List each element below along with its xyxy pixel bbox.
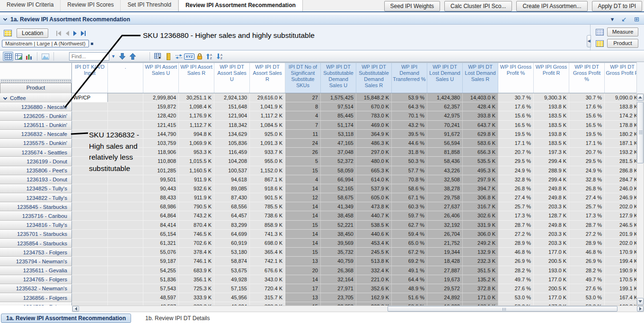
bar-chart-icon[interactable] <box>24 52 34 61</box>
cell-value[interactable]: 46.8 % <box>569 248 605 257</box>
lock-icon[interactable] <box>194 52 205 61</box>
cell-value[interactable]: 116,459 <box>214 148 250 157</box>
cell-value[interactable]: 495.3 K <box>463 166 498 175</box>
cell-value[interactable]: 911.9 K <box>179 193 214 202</box>
cell-value[interactable]: 171.0 K <box>463 293 498 302</box>
cell-value[interactable]: 469.0 K <box>356 121 392 130</box>
cell-value[interactable]: 15 <box>285 248 321 257</box>
cell-value[interactable]: 1,424,380 <box>427 93 463 102</box>
row-header-1234763[interactable]: 1234763 - Folgers <box>0 302 72 305</box>
cell-value[interactable]: 1,112.7 K <box>179 121 214 130</box>
cell-value[interactable]: 16.5 % <box>569 121 605 130</box>
cell-value[interactable]: 28.7 % <box>498 221 534 230</box>
cell-value[interactable]: 68,556 <box>214 202 250 211</box>
row-header-1236205[interactable]: 1236205 - Dunkin' <box>0 111 72 120</box>
cell-value[interactable]: 19.5 % <box>569 130 605 139</box>
cell-value[interactable]: 64.4 % <box>392 275 427 284</box>
cell-value[interactable]: 40,759 <box>321 257 356 266</box>
cell-value[interactable]: 746.5 K <box>179 230 214 239</box>
cell-value[interactable]: 58,436 <box>427 157 463 166</box>
cell-value[interactable]: 121,904 <box>214 111 250 120</box>
cell-input[interactable] <box>72 175 108 184</box>
find-dropdown-icon[interactable]: ▼ <box>111 54 115 59</box>
cell-value[interactable]: 1,098.4 K <box>179 102 214 111</box>
cell-value[interactable]: 32.8 % <box>569 175 605 184</box>
cell-value[interactable]: 365.4 K <box>250 248 285 257</box>
pivot-chart-icon[interactable] <box>13 52 24 61</box>
restore-panel-icon[interactable]: ↙ <box>621 16 626 23</box>
cell-value[interactable]: 605.0 K <box>356 193 392 202</box>
cell-input[interactable] <box>72 248 108 257</box>
cell-input[interactable] <box>72 284 108 293</box>
cell-value[interactable]: 99,501 <box>143 175 179 184</box>
cell-value[interactable]: 64,699 <box>214 230 250 239</box>
cell-value[interactable]: 918.6 K <box>250 184 285 193</box>
cell-value[interactable]: 38,278 <box>427 184 463 193</box>
cell-value[interactable]: 44.6 % <box>392 139 427 148</box>
next-slice-icon[interactable] <box>73 31 77 36</box>
cell-value[interactable]: 14,403.0 K <box>463 93 498 102</box>
cell-value[interactable]: 53,675 <box>214 266 250 275</box>
workflow-tab-1[interactable]: Review IPI Criteria <box>0 0 61 11</box>
cell-value[interactable]: 614.0 K <box>356 175 392 184</box>
cell-value[interactable]: 30.7 % <box>498 93 534 102</box>
cell-blank[interactable] <box>108 230 143 239</box>
first-slice-icon[interactable] <box>56 31 62 36</box>
cell-value[interactable]: 17.6 % <box>498 102 534 111</box>
cell-value[interactable]: 104,208 <box>214 157 250 166</box>
column-header[interactable]: WP IPI DT Gross Profit % <box>569 63 605 93</box>
cell-value[interactable]: 428.4 K <box>463 102 498 111</box>
panel-menu-icon[interactable]: ▾ <box>611 16 614 23</box>
cell-value[interactable]: 28.9 % <box>569 239 605 248</box>
row-header-coffee[interactable]: Coffee <box>0 93 72 102</box>
cell-value[interactable]: 170.9 K <box>605 248 636 257</box>
cell-value[interactable]: 1,176.9 K <box>179 111 214 120</box>
cell-value[interactable]: 39,569 <box>321 239 356 248</box>
cell-value[interactable]: 39.5 % <box>392 130 427 139</box>
cell-value[interactable]: 302.6 K <box>463 211 498 220</box>
cell-input[interactable] <box>72 239 108 248</box>
cell-value[interactable]: 743.2 K <box>179 211 214 220</box>
cell-value[interactable]: 51,174 <box>321 121 356 130</box>
cell-value[interactable]: 57.7 % <box>392 166 427 175</box>
cell-value[interactable]: 665.3 K <box>356 166 392 175</box>
cell-value[interactable]: 20 <box>285 266 321 275</box>
cell-value[interactable]: 90,443 <box>143 184 179 193</box>
cell-value[interactable]: 333.3 K <box>179 302 214 305</box>
cell-value[interactable]: 162.9 K <box>356 293 392 302</box>
cell-value[interactable]: 14 <box>285 202 321 211</box>
cell-value[interactable]: 24.9 % <box>569 166 605 175</box>
cell-value[interactable]: 364.9 K <box>356 130 392 139</box>
cell-value[interactable]: 299.4 K <box>534 157 569 166</box>
cell-value[interactable]: 670.0 K <box>356 102 392 111</box>
cell-value[interactable]: 42,975 <box>427 111 463 120</box>
cell-value[interactable]: 134,629 <box>214 130 250 139</box>
cell-value[interactable]: 9,300.3 K <box>534 93 569 102</box>
horizontal-scroll-thumb[interactable] <box>388 306 618 312</box>
cell-value[interactable]: 22,853 <box>321 302 356 305</box>
cell-value[interactable]: 203.3 K <box>534 230 569 239</box>
column-header[interactable]: WP IPI Assort Sales U <box>143 63 179 93</box>
cell-blank[interactable] <box>108 293 143 302</box>
row-header-1235701[interactable]: 1235701 - Starbucks <box>0 230 72 239</box>
cell-value[interactable]: 741.3 K <box>250 230 285 239</box>
detach-panel-icon[interactable]: ⊞ <box>634 16 639 23</box>
row-header-1235806[interactable]: 1235806 - Peet's <box>0 166 72 175</box>
cell-value[interactable]: 720.4 K <box>250 284 285 293</box>
cell-value[interactable]: 133.1 K <box>463 302 498 305</box>
cell-value[interactable]: 53.9 % <box>392 93 427 102</box>
row-header-1236511[interactable]: 1236511 - Dunkin' <box>0 121 72 130</box>
cell-value[interactable]: 177.0 K <box>534 293 569 302</box>
cell-value[interactable]: 249.8 K <box>534 193 569 202</box>
cell-value[interactable]: 1,041.9 K <box>250 102 285 111</box>
cell-value[interactable]: 30,251.1 K <box>179 93 214 102</box>
cell-value[interactable]: 64,864 <box>143 211 179 220</box>
workflow-tab-4[interactable]: Review IPI Assortment Recommendation <box>178 0 303 11</box>
column-header[interactable]: WP IPI Gross Profit R <box>534 63 569 93</box>
cell-value[interactable]: 187.1 K <box>605 139 636 148</box>
exchange-axes-icon[interactable] <box>174 52 184 61</box>
cell-blank[interactable] <box>108 257 143 266</box>
cell-value[interactable]: 118,342 <box>214 121 250 130</box>
cell-value[interactable]: 24 <box>285 139 321 148</box>
cell-value[interactable]: 159,872 <box>143 102 179 111</box>
